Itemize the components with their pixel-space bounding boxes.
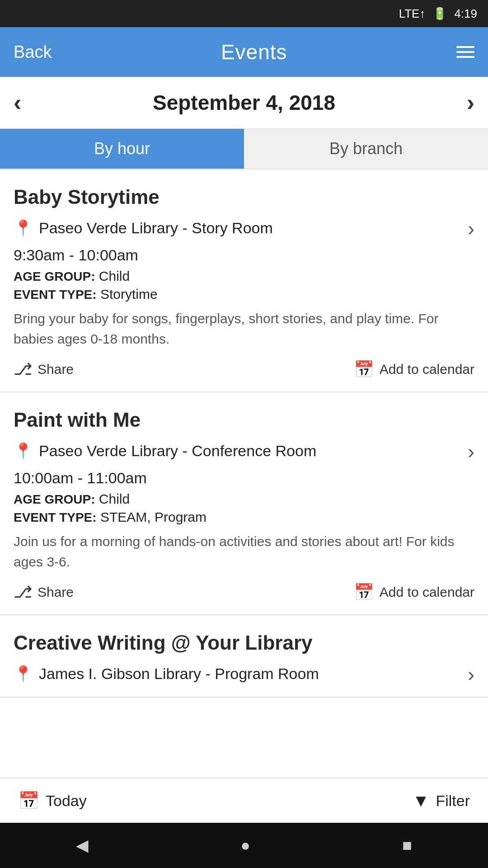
share-button[interactable]: ⎇ Share — [14, 360, 74, 379]
event-location: James I. Gibson Library - Program Room — [39, 665, 319, 683]
add-to-calendar-button[interactable]: 📅 Add to calendar — [354, 583, 474, 602]
share-label: Share — [38, 362, 74, 377]
age-group-value: Child — [99, 491, 130, 506]
location-pin-icon: 📍 — [14, 219, 33, 237]
calendar-icon: 📅 — [354, 360, 374, 379]
event-type-value: STEAM, Program — [100, 509, 206, 524]
location-row: 📍 James I. Gibson Library - Program Room… — [14, 661, 474, 686]
event-card-baby-storytime: Baby Storytime 📍 Paseo Verde Library - S… — [0, 170, 488, 392]
menu-line — [456, 51, 474, 53]
android-back-button[interactable]: ◀ — [76, 836, 89, 855]
filter-icon: ▼ — [413, 791, 430, 811]
battery-indicator: 🔋 — [432, 7, 447, 21]
event-header: Paint with Me — [14, 409, 474, 439]
next-date-button[interactable]: › — [467, 91, 474, 114]
event-title: Paint with Me — [14, 409, 474, 431]
back-button[interactable]: Back — [14, 42, 52, 62]
event-type-label: EVENT TYPE: — [14, 288, 97, 302]
event-actions: ⎇ Share 📅 Add to calendar — [14, 360, 474, 379]
events-list: Baby Storytime 📍 Paseo Verde Library - S… — [0, 170, 488, 778]
event-detail-arrow[interactable]: › — [468, 440, 474, 463]
event-actions: ⎇ Share 📅 Add to calendar — [14, 583, 474, 602]
location-left: 📍 Paseo Verde Library - Story Room — [14, 219, 273, 237]
time-display: 4:19 — [454, 7, 477, 21]
tab-by-branch[interactable]: By branch — [244, 129, 488, 169]
share-icon: ⎇ — [14, 360, 32, 379]
age-group-label: AGE GROUP: — [14, 269, 95, 283]
prev-date-button[interactable]: ‹ — [14, 91, 21, 114]
event-age-group: AGE GROUP: Child — [14, 269, 474, 284]
event-location: Paseo Verde Library - Conference Room — [39, 442, 316, 460]
age-group-value: Child — [99, 269, 130, 283]
menu-line — [456, 56, 474, 58]
event-age-group: AGE GROUP: Child — [14, 491, 474, 507]
tab-by-hour[interactable]: By hour — [0, 129, 244, 169]
top-navigation: Back Events — [0, 27, 488, 77]
today-button[interactable]: 📅 Today — [18, 791, 87, 811]
event-title: Creative Writing @ Your Library — [14, 632, 474, 654]
share-icon: ⎇ — [14, 583, 32, 602]
view-tabs: By hour By branch — [0, 129, 488, 170]
event-title: Baby Storytime — [14, 186, 474, 208]
today-label: Today — [46, 792, 87, 810]
event-header: Creative Writing @ Your Library — [14, 632, 474, 661]
event-detail-arrow[interactable]: › — [468, 663, 474, 686]
calendar-label: Add to calendar — [380, 362, 474, 377]
event-description: Join us for a morning of hands-on activi… — [14, 531, 474, 572]
filter-label: Filter — [436, 792, 470, 810]
calendar-label: Add to calendar — [380, 585, 474, 600]
signal-indicator: LTE↑ — [399, 7, 426, 21]
location-pin-icon: 📍 — [14, 442, 33, 460]
date-navigation: ‹ September 4, 2018 › — [0, 77, 488, 129]
event-card-creative-writing: Creative Writing @ Your Library 📍 James … — [0, 615, 488, 698]
today-calendar-icon: 📅 — [18, 791, 39, 811]
location-left: 📍 James I. Gibson Library - Program Room — [14, 665, 319, 683]
status-bar: LTE↑ 🔋 4:19 — [0, 0, 488, 27]
location-pin-icon: 📍 — [14, 665, 33, 683]
event-time: 9:30am - 10:00am — [14, 246, 474, 264]
event-type: EVENT TYPE: STEAM, Program — [14, 509, 474, 525]
location-row: 📍 Paseo Verde Library - Conference Room … — [14, 439, 474, 463]
android-navigation: ◀ ● ■ — [0, 823, 488, 868]
event-type-label: EVENT TYPE: — [14, 510, 97, 524]
calendar-icon: 📅 — [354, 583, 374, 602]
page-title: Events — [221, 40, 287, 64]
android-home-button[interactable]: ● — [240, 836, 250, 855]
event-card-paint-with-me: Paint with Me 📍 Paseo Verde Library - Co… — [0, 392, 488, 615]
event-location: Paseo Verde Library - Story Room — [39, 219, 273, 237]
menu-button[interactable] — [456, 46, 474, 58]
age-group-label: AGE GROUP: — [14, 492, 95, 506]
current-date: September 4, 2018 — [153, 90, 335, 115]
share-button[interactable]: ⎇ Share — [14, 583, 74, 602]
add-to-calendar-button[interactable]: 📅 Add to calendar — [354, 360, 474, 379]
android-recent-button[interactable]: ■ — [402, 836, 412, 855]
event-description: Bring your baby for songs, fingerplays, … — [14, 308, 474, 349]
share-label: Share — [38, 585, 74, 600]
event-header: Baby Storytime — [14, 186, 474, 216]
location-left: 📍 Paseo Verde Library - Conference Room — [14, 442, 316, 460]
event-time: 10:00am - 11:00am — [14, 469, 474, 487]
event-type-value: Storytime — [100, 287, 158, 302]
event-detail-arrow[interactable]: › — [468, 217, 474, 240]
location-row: 📍 Paseo Verde Library - Story Room › — [14, 216, 474, 240]
event-type: EVENT TYPE: Storytime — [14, 287, 474, 302]
bottom-action-bar: 📅 Today ▼ Filter — [0, 778, 488, 823]
menu-line — [456, 46, 474, 48]
filter-button[interactable]: ▼ Filter — [413, 791, 470, 811]
